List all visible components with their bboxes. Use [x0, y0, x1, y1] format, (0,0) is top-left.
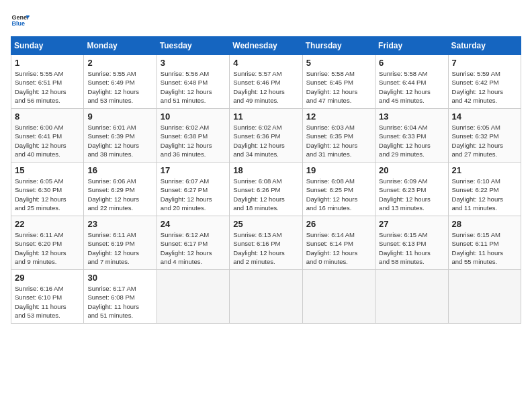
day-info: Sunrise: 5:57 AMSunset: 6:46 PMDaylight:… — [233, 69, 298, 105]
table-row: 1 Sunrise: 5:55 AMSunset: 6:51 PMDayligh… — [11, 55, 84, 109]
table-row: 5 Sunrise: 5:58 AMSunset: 6:45 PMDayligh… — [302, 55, 375, 109]
day-number: 20 — [379, 165, 444, 175]
table-row — [230, 270, 302, 324]
calendar-week-row: 22 Sunrise: 6:11 AMSunset: 6:20 PMDaylig… — [11, 216, 521, 270]
table-row: 18 Sunrise: 6:08 AMSunset: 6:26 PMDaylig… — [230, 163, 302, 216]
day-info: Sunrise: 6:13 AMSunset: 6:16 PMDaylight:… — [233, 230, 298, 266]
table-row: 17 Sunrise: 6:07 AMSunset: 6:27 PMDaylig… — [157, 163, 229, 216]
day-info: Sunrise: 6:12 AMSunset: 6:17 PMDaylight:… — [161, 230, 226, 266]
day-info: Sunrise: 6:02 AMSunset: 6:38 PMDaylight:… — [161, 123, 226, 158]
day-info: Sunrise: 5:58 AMSunset: 6:45 PMDaylight:… — [306, 69, 371, 105]
weekday-header-thursday: Thursday — [302, 37, 375, 55]
calendar-week-row: 8 Sunrise: 6:00 AMSunset: 6:41 PMDayligh… — [11, 109, 521, 163]
day-info: Sunrise: 6:02 AMSunset: 6:36 PMDaylight:… — [233, 123, 298, 158]
day-info: Sunrise: 6:01 AMSunset: 6:39 PMDaylight:… — [87, 123, 152, 158]
table-row: 6 Sunrise: 5:58 AMSunset: 6:44 PMDayligh… — [375, 55, 448, 109]
table-row — [302, 270, 375, 324]
day-info: Sunrise: 6:17 AMSunset: 6:08 PMDaylight:… — [87, 284, 152, 320]
day-info: Sunrise: 6:11 AMSunset: 6:20 PMDaylight:… — [15, 230, 80, 266]
day-number: 18 — [233, 165, 298, 175]
table-row: 13 Sunrise: 6:04 AMSunset: 6:33 PMDaylig… — [375, 109, 448, 163]
weekday-header-row: SundayMondayTuesdayWednesdayThursdayFrid… — [11, 37, 521, 55]
weekday-header-sunday: Sunday — [11, 37, 84, 55]
day-info: Sunrise: 6:15 AMSunset: 6:11 PMDaylight:… — [452, 230, 517, 266]
day-info: Sunrise: 6:03 AMSunset: 6:35 PMDaylight:… — [306, 123, 371, 158]
day-number: 5 — [306, 58, 371, 68]
day-number: 14 — [452, 111, 517, 122]
day-number: 11 — [233, 111, 298, 122]
weekday-header-wednesday: Wednesday — [230, 37, 302, 55]
table-row: 14 Sunrise: 6:05 AMSunset: 6:32 PMDaylig… — [448, 109, 521, 163]
weekday-header-tuesday: Tuesday — [157, 37, 229, 55]
day-number: 23 — [87, 219, 152, 229]
day-info: Sunrise: 5:55 AMSunset: 6:51 PMDaylight:… — [15, 69, 80, 105]
table-row: 11 Sunrise: 6:02 AMSunset: 6:36 PMDaylig… — [230, 109, 302, 163]
day-info: Sunrise: 6:05 AMSunset: 6:30 PMDaylight:… — [15, 177, 80, 212]
day-number: 22 — [15, 219, 80, 229]
table-row: 7 Sunrise: 5:59 AMSunset: 6:42 PMDayligh… — [448, 55, 521, 109]
calendar-table: SundayMondayTuesdayWednesdayThursdayFrid… — [11, 36, 521, 324]
table-row: 21 Sunrise: 6:10 AMSunset: 6:22 PMDaylig… — [448, 163, 521, 216]
weekday-header-monday: Monday — [84, 37, 157, 55]
day-info: Sunrise: 6:09 AMSunset: 6:23 PMDaylight:… — [379, 177, 444, 212]
day-number: 9 — [87, 111, 152, 122]
day-number: 29 — [15, 273, 80, 283]
day-info: Sunrise: 5:58 AMSunset: 6:44 PMDaylight:… — [379, 69, 444, 105]
weekday-header-saturday: Saturday — [448, 37, 521, 55]
day-info: Sunrise: 6:07 AMSunset: 6:27 PMDaylight:… — [161, 177, 226, 212]
day-info: Sunrise: 6:05 AMSunset: 6:32 PMDaylight:… — [452, 123, 517, 158]
day-number: 3 — [161, 58, 226, 68]
table-row — [448, 270, 521, 324]
logo: General Blue — [11, 11, 30, 30]
table-row: 28 Sunrise: 6:15 AMSunset: 6:11 PMDaylig… — [448, 216, 521, 270]
day-info: Sunrise: 6:08 AMSunset: 6:25 PMDaylight:… — [306, 177, 371, 212]
day-number: 30 — [87, 273, 152, 283]
table-row: 23 Sunrise: 6:11 AMSunset: 6:19 PMDaylig… — [84, 216, 157, 270]
table-row: 9 Sunrise: 6:01 AMSunset: 6:39 PMDayligh… — [84, 109, 157, 163]
day-number: 19 — [306, 165, 371, 175]
day-number: 28 — [452, 219, 517, 229]
day-number: 27 — [379, 219, 444, 229]
day-info: Sunrise: 5:56 AMSunset: 6:48 PMDaylight:… — [161, 69, 226, 105]
table-row: 10 Sunrise: 6:02 AMSunset: 6:38 PMDaylig… — [157, 109, 229, 163]
day-number: 2 — [87, 58, 152, 68]
table-row — [157, 270, 229, 324]
day-info: Sunrise: 6:14 AMSunset: 6:14 PMDaylight:… — [306, 230, 371, 266]
day-info: Sunrise: 6:11 AMSunset: 6:19 PMDaylight:… — [87, 230, 152, 266]
table-row: 30 Sunrise: 6:17 AMSunset: 6:08 PMDaylig… — [84, 270, 157, 324]
table-row: 27 Sunrise: 6:15 AMSunset: 6:13 PMDaylig… — [375, 216, 448, 270]
day-number: 13 — [379, 111, 444, 122]
day-number: 12 — [306, 111, 371, 122]
day-number: 17 — [161, 165, 226, 175]
table-row: 26 Sunrise: 6:14 AMSunset: 6:14 PMDaylig… — [302, 216, 375, 270]
calendar-week-row: 1 Sunrise: 5:55 AMSunset: 6:51 PMDayligh… — [11, 55, 521, 109]
day-info: Sunrise: 6:08 AMSunset: 6:26 PMDaylight:… — [233, 177, 298, 212]
day-number: 25 — [233, 219, 298, 229]
day-number: 16 — [87, 165, 152, 175]
weekday-header-friday: Friday — [375, 37, 448, 55]
day-info: Sunrise: 6:00 AMSunset: 6:41 PMDaylight:… — [15, 123, 80, 158]
day-number: 6 — [379, 58, 444, 68]
day-number: 24 — [161, 219, 226, 229]
table-row: 24 Sunrise: 6:12 AMSunset: 6:17 PMDaylig… — [157, 216, 229, 270]
table-row: 15 Sunrise: 6:05 AMSunset: 6:30 PMDaylig… — [11, 163, 84, 216]
table-row: 19 Sunrise: 6:08 AMSunset: 6:25 PMDaylig… — [302, 163, 375, 216]
calendar-week-row: 29 Sunrise: 6:16 AMSunset: 6:10 PMDaylig… — [11, 270, 521, 324]
day-number: 8 — [15, 111, 80, 122]
table-row: 22 Sunrise: 6:11 AMSunset: 6:20 PMDaylig… — [11, 216, 84, 270]
table-row: 25 Sunrise: 6:13 AMSunset: 6:16 PMDaylig… — [230, 216, 302, 270]
svg-text:Blue: Blue — [11, 20, 25, 27]
table-row: 29 Sunrise: 6:16 AMSunset: 6:10 PMDaylig… — [11, 270, 84, 324]
table-row: 4 Sunrise: 5:57 AMSunset: 6:46 PMDayligh… — [230, 55, 302, 109]
table-row: 2 Sunrise: 5:55 AMSunset: 6:49 PMDayligh… — [84, 55, 157, 109]
table-row: 8 Sunrise: 6:00 AMSunset: 6:41 PMDayligh… — [11, 109, 84, 163]
day-info: Sunrise: 5:59 AMSunset: 6:42 PMDaylight:… — [452, 69, 517, 105]
day-info: Sunrise: 5:55 AMSunset: 6:49 PMDaylight:… — [87, 69, 152, 105]
day-info: Sunrise: 6:10 AMSunset: 6:22 PMDaylight:… — [452, 177, 517, 212]
table-row — [375, 270, 448, 324]
day-number: 4 — [233, 58, 298, 68]
calendar-week-row: 15 Sunrise: 6:05 AMSunset: 6:30 PMDaylig… — [11, 163, 521, 216]
day-number: 7 — [452, 58, 517, 68]
day-info: Sunrise: 6:06 AMSunset: 6:29 PMDaylight:… — [87, 177, 152, 212]
day-number: 10 — [161, 111, 226, 122]
